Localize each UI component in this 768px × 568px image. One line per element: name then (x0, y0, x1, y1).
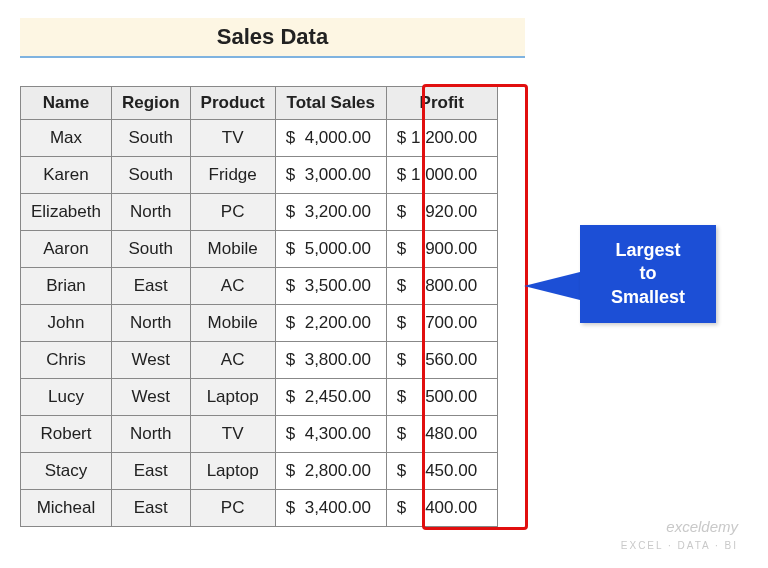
table-row[interactable]: MaxSouthTV$ 4,000.00$ 1,200.00 (21, 120, 498, 157)
cell-region[interactable]: West (111, 342, 190, 379)
cell-name[interactable]: Aaron (21, 231, 112, 268)
cell-name[interactable]: Stacy (21, 453, 112, 490)
cell-profit[interactable]: $ 480.00 (386, 416, 497, 453)
col-product[interactable]: Product (190, 87, 275, 120)
cell-region[interactable]: North (111, 416, 190, 453)
cell-profit[interactable]: $ 450.00 (386, 453, 497, 490)
cell-name[interactable]: John (21, 305, 112, 342)
cell-region[interactable]: East (111, 268, 190, 305)
cell-profit[interactable]: $ 920.00 (386, 194, 497, 231)
table-row[interactable]: JohnNorthMobile$ 2,200.00$ 700.00 (21, 305, 498, 342)
watermark-sub: EXCEL · DATA · BI (621, 540, 738, 551)
cell-name[interactable]: Brian (21, 268, 112, 305)
cell-region[interactable]: East (111, 490, 190, 527)
cell-product[interactable]: PC (190, 194, 275, 231)
cell-product[interactable]: TV (190, 416, 275, 453)
col-name[interactable]: Name (21, 87, 112, 120)
cell-name[interactable]: Karen (21, 157, 112, 194)
cell-total-sales[interactable]: $ 4,300.00 (275, 416, 386, 453)
cell-total-sales[interactable]: $ 2,450.00 (275, 379, 386, 416)
cell-name[interactable]: Micheal (21, 490, 112, 527)
cell-product[interactable]: Mobile (190, 305, 275, 342)
cell-total-sales[interactable]: $ 3,200.00 (275, 194, 386, 231)
cell-name[interactable]: Chris (21, 342, 112, 379)
cell-total-sales[interactable]: $ 3,800.00 (275, 342, 386, 379)
cell-name[interactable]: Robert (21, 416, 112, 453)
callout-arrow-icon (524, 272, 580, 300)
cell-product[interactable]: Fridge (190, 157, 275, 194)
cell-region[interactable]: South (111, 231, 190, 268)
cell-product[interactable]: Laptop (190, 453, 275, 490)
table-row[interactable]: MichealEastPC$ 3,400.00$ 400.00 (21, 490, 498, 527)
callout-line3: Smallest (611, 287, 685, 307)
watermark: exceldemy EXCEL · DATA · BI (621, 519, 738, 552)
table-row[interactable]: ChrisWestAC$ 3,800.00$ 560.00 (21, 342, 498, 379)
callout-line2: to (640, 263, 657, 283)
cell-profit[interactable]: $ 500.00 (386, 379, 497, 416)
table-row[interactable]: RobertNorthTV$ 4,300.00$ 480.00 (21, 416, 498, 453)
table-row[interactable]: BrianEastAC$ 3,500.00$ 800.00 (21, 268, 498, 305)
table-row[interactable]: AaronSouthMobile$ 5,000.00$ 900.00 (21, 231, 498, 268)
table-header-row: Name Region Product Total Sales Profit (21, 87, 498, 120)
callout-largest-to-smallest: Largest to Smallest (580, 225, 716, 323)
cell-total-sales[interactable]: $ 4,000.00 (275, 120, 386, 157)
cell-profit[interactable]: $ 800.00 (386, 268, 497, 305)
table-row[interactable]: ElizabethNorthPC$ 3,200.00$ 920.00 (21, 194, 498, 231)
cell-product[interactable]: TV (190, 120, 275, 157)
cell-product[interactable]: AC (190, 342, 275, 379)
cell-region[interactable]: North (111, 194, 190, 231)
cell-product[interactable]: Mobile (190, 231, 275, 268)
cell-product[interactable]: PC (190, 490, 275, 527)
col-region[interactable]: Region (111, 87, 190, 120)
cell-profit[interactable]: $ 1,200.00 (386, 120, 497, 157)
cell-total-sales[interactable]: $ 3,000.00 (275, 157, 386, 194)
cell-profit[interactable]: $ 1,000.00 (386, 157, 497, 194)
cell-total-sales[interactable]: $ 3,400.00 (275, 490, 386, 527)
cell-product[interactable]: Laptop (190, 379, 275, 416)
cell-total-sales[interactable]: $ 2,200.00 (275, 305, 386, 342)
cell-name[interactable]: Max (21, 120, 112, 157)
cell-region[interactable]: West (111, 379, 190, 416)
cell-profit[interactable]: $ 900.00 (386, 231, 497, 268)
cell-region[interactable]: North (111, 305, 190, 342)
sales-table: Name Region Product Total Sales Profit M… (20, 86, 498, 527)
watermark-main: exceldemy (666, 518, 738, 535)
col-profit[interactable]: Profit (386, 87, 497, 120)
cell-profit[interactable]: $ 400.00 (386, 490, 497, 527)
cell-name[interactable]: Lucy (21, 379, 112, 416)
cell-name[interactable]: Elizabeth (21, 194, 112, 231)
callout-line1: Largest (615, 240, 680, 260)
table-row[interactable]: LucyWestLaptop$ 2,450.00$ 500.00 (21, 379, 498, 416)
cell-total-sales[interactable]: $ 5,000.00 (275, 231, 386, 268)
col-total-sales[interactable]: Total Sales (275, 87, 386, 120)
page-title: Sales Data (20, 18, 525, 58)
cell-total-sales[interactable]: $ 2,800.00 (275, 453, 386, 490)
table-row[interactable]: KarenSouthFridge$ 3,000.00$ 1,000.00 (21, 157, 498, 194)
cell-region[interactable]: South (111, 120, 190, 157)
cell-product[interactable]: AC (190, 268, 275, 305)
cell-region[interactable]: East (111, 453, 190, 490)
cell-profit[interactable]: $ 700.00 (386, 305, 497, 342)
cell-profit[interactable]: $ 560.00 (386, 342, 497, 379)
table-row[interactable]: StacyEastLaptop$ 2,800.00$ 450.00 (21, 453, 498, 490)
cell-region[interactable]: South (111, 157, 190, 194)
cell-total-sales[interactable]: $ 3,500.00 (275, 268, 386, 305)
